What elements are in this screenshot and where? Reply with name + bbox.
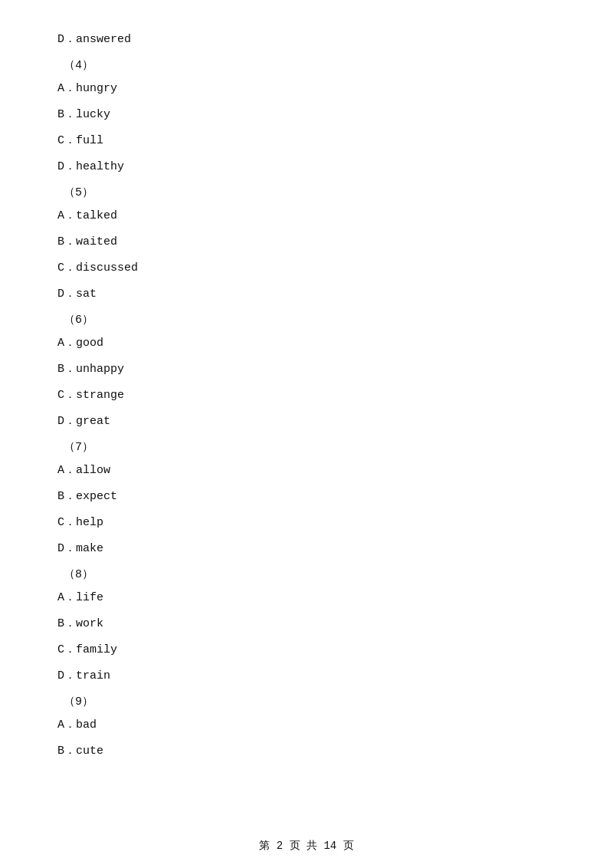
answer-option: C．strange [57,386,556,405]
question-label: （4） [64,57,556,75]
question-label: （8） [64,566,556,584]
answer-option: B．lucky [57,106,556,124]
answer-option: A．hungry [57,80,556,98]
answer-option: D．healthy [57,158,556,176]
answer-option: B．waited [57,233,556,252]
page-footer: 第 2 页 共 14 页 [0,839,613,853]
answer-option: A．bad [57,716,556,735]
answer-option: B．unhappy [57,360,556,379]
question-label: （9） [64,693,556,712]
question-label: （6） [64,311,556,330]
answer-option: C．discussed [57,259,556,278]
answer-option: B．cute [57,742,556,761]
answer-option: C．family [57,641,556,659]
answer-option: D．make [57,540,556,558]
main-content: D．answered（4）A．hungryB．luckyC．fullD．heal… [0,0,613,814]
question-label: （7） [64,439,556,457]
answer-option: D．answered [57,31,556,49]
answer-option: A．allow [57,462,556,480]
answer-option: B．work [57,615,556,633]
answer-option: D．great [57,413,556,431]
answer-option: A．good [57,334,556,353]
answer-option: D．train [57,667,556,686]
answer-option: D．sat [57,285,556,304]
answer-option: C．help [57,514,556,532]
answer-option: A．life [57,589,556,607]
answer-option: A．talked [57,207,556,225]
answer-option: B．expect [57,488,556,506]
answer-option: C．full [57,132,556,150]
question-label: （5） [64,184,556,202]
